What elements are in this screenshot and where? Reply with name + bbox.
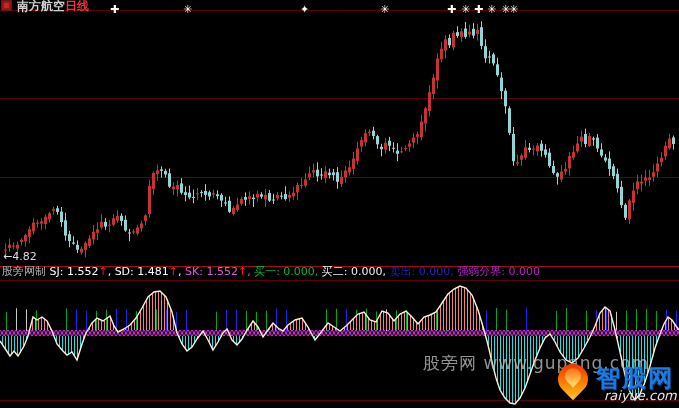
trend-up-arrow-icon: ↑ [238, 265, 247, 278]
separator: , [178, 265, 185, 278]
app-window-icon[interactable] [1, 0, 12, 11]
trading-app-window: 南方航空日线 ✚✳✦✳✚✳✚✳✳✳ ←4.82 股旁网制 SJ: 1.552↑,… [0, 0, 679, 408]
flame-icon [552, 358, 594, 400]
indicator-segment: SD: 1.481 [115, 265, 169, 278]
indicator-value-row: 股旁网制 SJ: 1.552↑, SD: 1.481↑, SK: 1.552↑,… [2, 265, 679, 278]
title-bar: 南方航空日线 [0, 0, 679, 11]
trend-up-arrow-icon: ↑ [98, 265, 107, 278]
indicator-segment: SJ: 1.552 [50, 265, 99, 278]
logo-site-url: raiyue.com [604, 388, 677, 403]
indicator-values: SJ: 1.552↑, SD: 1.481↑, SK: 1.552↑, 买一: … [50, 265, 540, 278]
separator: , [383, 265, 390, 278]
indicator-segment: 卖出: 0.000 [390, 265, 451, 278]
chart-title: 南方航空日线 [17, 0, 89, 15]
indicator-maker-label: 股旁网制 [2, 265, 46, 278]
stock-name: 南方航空 [17, 0, 65, 13]
indicator-segment: 买一: 0.000 [254, 265, 315, 278]
price-and-oscillator-chart[interactable] [0, 0, 679, 408]
lowest-price-label: ←4.82 [3, 250, 37, 263]
indicator-segment: SK: 1.552 [185, 265, 238, 278]
period-label: 日线 [65, 0, 89, 13]
indicator-segment: 买二: 0.000 [322, 265, 383, 278]
separator: , [315, 265, 322, 278]
indicator-segment: 强弱分界: 0.000 [457, 265, 540, 278]
raiyue-logo: 智股网 raiyue.com [552, 360, 679, 408]
separator: , [108, 265, 115, 278]
trend-up-arrow-icon: ↑ [169, 265, 178, 278]
